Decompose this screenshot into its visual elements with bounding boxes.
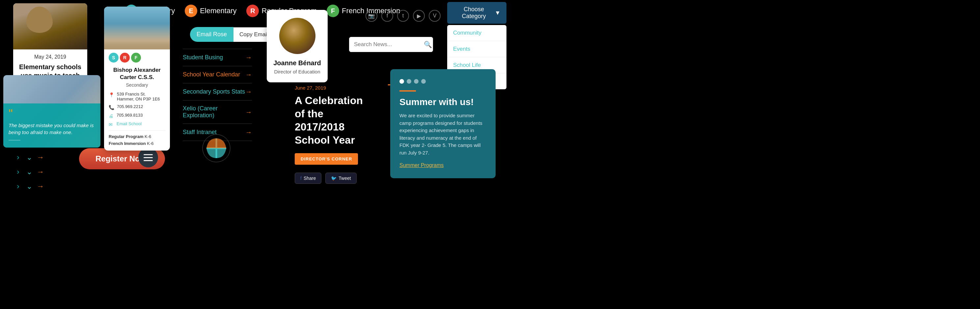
link-arrow-sports-stats: →: [245, 88, 252, 96]
search-input[interactable]: [354, 41, 424, 48]
school-name: Bishop Alexander Carter C.S.S.: [109, 67, 165, 81]
arrow-right-orange-1: →: [35, 153, 45, 162]
link-school-year[interactable]: School Year Calendar →: [183, 66, 252, 83]
ham-line-1: [143, 154, 153, 155]
facebook-icon: f: [300, 175, 302, 181]
school-card-body: Bishop Alexander Carter C.S.S. Secondary…: [104, 65, 170, 151]
arrow-down-3: ⌄: [24, 182, 34, 191]
school-address: 📍 539 Francis St. Hammer, ON P3P 1E6: [109, 92, 165, 102]
quote-card-bg: " The biggest mistake you could make is …: [3, 75, 100, 148]
school-badge-f: F: [131, 53, 141, 62]
school-card: S R F Bishop Alexander Carter C.S.S. Sec…: [104, 6, 170, 151]
news-article: June 27, 2019 A Celebration of the 2017/…: [295, 85, 364, 184]
arrows-section: › ⌄ → › ⌄ → › ⌄ →: [13, 151, 45, 193]
slider-link[interactable]: Summer Programs: [399, 162, 444, 168]
news-title: A Celebration of the 2017/2018 School Ye…: [295, 94, 364, 147]
email-label: Email Rose: [190, 27, 234, 42]
person-card: Joanne Bénard Director of Education: [267, 10, 328, 82]
link-label-xelio: Xelio (Career Exploration): [183, 105, 245, 119]
program-regular: Regular Program K-6: [109, 134, 165, 139]
nav-badge-elementary[interactable]: E Elementary: [185, 5, 236, 17]
school-card-image: [104, 6, 170, 49]
quote-overlay: " The biggest mistake you could make is …: [3, 104, 100, 148]
social-icons-row: 📷 f t ▶ V: [366, 10, 441, 22]
link-student-busing[interactable]: Student Busing →: [183, 49, 252, 66]
location-icon: 📍: [109, 92, 114, 97]
badge-r-icon: R: [246, 5, 259, 17]
category-item-events[interactable]: Events: [447, 41, 506, 57]
person-avatar: [279, 18, 315, 54]
link-arrow-xelio: →: [245, 108, 252, 116]
twitter-icon[interactable]: t: [397, 10, 409, 22]
link-arrow-staff-intranet: →: [245, 129, 252, 136]
badge-f-icon: F: [327, 5, 339, 17]
quote-text: The biggest mistake you could make is be…: [9, 122, 95, 136]
cross-logo: [202, 132, 231, 165]
facebook-icon[interactable]: f: [381, 10, 393, 22]
link-label-student-busing: Student Busing: [183, 54, 223, 61]
slider-dot-4[interactable]: [421, 79, 426, 84]
link-sports-stats[interactable]: Secondary Sports Stats →: [183, 83, 252, 100]
fax-icon: 🖨: [109, 113, 114, 119]
person-avatar-image: [279, 18, 315, 54]
quote-card: " The biggest mistake you could make is …: [3, 75, 100, 148]
person-title: Director of Education: [273, 69, 321, 75]
link-arrow-student-busing: →: [245, 54, 252, 61]
arrow-right-2: ›: [13, 168, 23, 176]
link-arrow-school-year: →: [245, 71, 252, 78]
slider-dot-2[interactable]: [407, 79, 411, 84]
category-item-community[interactable]: Community: [447, 25, 506, 41]
music-card-date: May 24, 2019: [18, 54, 82, 60]
ham-line-2: [143, 157, 153, 158]
share-button[interactable]: f Share: [295, 173, 321, 184]
link-xelio[interactable]: Xelio (Career Exploration) →: [183, 100, 252, 124]
slider-description: We are excited to provide summer camp pr…: [399, 112, 486, 156]
arrow-right-3: ›: [13, 182, 23, 191]
link-label-school-year: School Year Calendar: [183, 71, 240, 78]
news-date: June 27, 2019: [295, 85, 364, 91]
slider-dot-1[interactable]: [399, 79, 404, 84]
badge-e-label: Elementary: [200, 6, 236, 15]
quote-author: ———: [9, 138, 95, 142]
school-badge-r: R: [120, 53, 130, 62]
category-button[interactable]: Choose Category ▼: [447, 2, 506, 24]
music-card-image: [13, 3, 87, 49]
school-type: Secondary: [109, 82, 165, 88]
social-share-buttons: f Share 🐦 Tweet: [295, 173, 364, 184]
school-programs: Regular Program K-6 French Immersion K-6: [109, 134, 165, 146]
search-area: 🔍: [349, 37, 433, 52]
slider-dots: [399, 79, 486, 84]
search-icon: 🔍: [424, 40, 432, 48]
director-corner-button[interactable]: DIRECTOR'S CORNER: [295, 153, 358, 165]
link-label-sports-stats: Secondary Sports Stats: [183, 88, 245, 95]
school-badges: S R F: [104, 49, 170, 65]
search-box: 🔍: [349, 37, 433, 52]
badge-e-icon: E: [185, 5, 197, 17]
slider-title: Summer with us!: [399, 97, 486, 107]
quote-icon: ": [9, 108, 95, 120]
person-name: Joanne Bénard: [273, 59, 321, 67]
program-french: French Immersion K-6: [109, 141, 165, 146]
slider-card: Summer with us! We are excited to provid…: [390, 69, 496, 178]
links-list: Student Busing → School Year Calendar → …: [183, 49, 252, 141]
arrow-right-1: ›: [13, 153, 23, 162]
arrow-right-orange-3: →: [35, 182, 45, 191]
twitter-icon: 🐦: [331, 175, 337, 181]
arrow-down-1: ⌄: [24, 153, 34, 162]
slider-accent-line: [399, 90, 416, 92]
arrow-down-2: ⌄: [24, 168, 34, 176]
slider-dot-3[interactable]: [414, 79, 418, 84]
school-address-text: 539 Francis St. Hammer, ON P3P 1E6: [117, 92, 160, 102]
school-badge-s: S: [109, 53, 119, 62]
instagram-icon[interactable]: 📷: [366, 10, 377, 22]
email-icon: ✉: [109, 122, 114, 127]
school-fax: 🖨 705.969.8133: [109, 113, 165, 119]
school-email[interactable]: ✉ Email School: [109, 121, 165, 127]
arrow-right-orange-2: →: [35, 168, 45, 176]
vimeo-icon[interactable]: V: [429, 10, 441, 22]
ham-line-3: [143, 160, 153, 161]
tweet-button[interactable]: 🐦 Tweet: [325, 173, 356, 184]
school-phone: 📞 705.969.2212: [109, 104, 165, 110]
youtube-icon[interactable]: ▶: [413, 10, 425, 22]
chevron-down-icon: ▼: [495, 10, 501, 16]
